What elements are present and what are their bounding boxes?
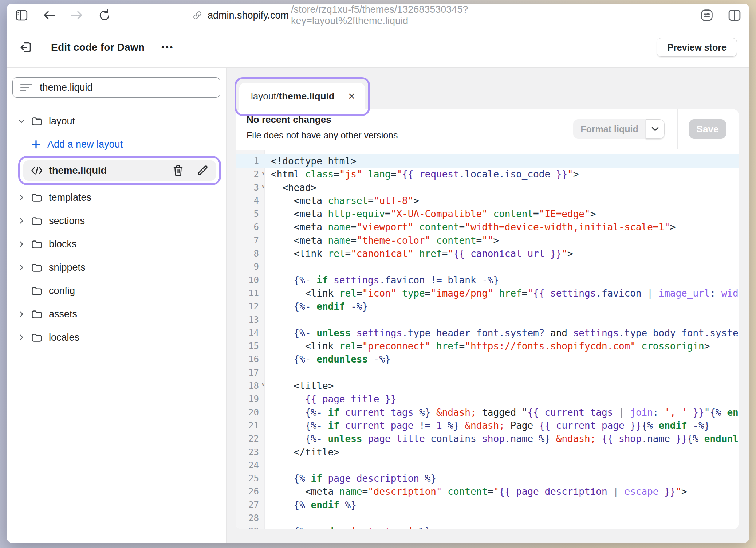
code-text[interactable]: {%- unless page_title contains shop.name… <box>265 432 739 445</box>
sidebar-item-sections[interactable]: sections <box>7 211 226 231</box>
chevron-right-icon[interactable] <box>17 216 31 226</box>
code-line-29[interactable]: 29 {% render 'meta-tags' %} <box>236 525 739 529</box>
code-editor[interactable]: 1<!doctype html>2∨<html class="js" lang=… <box>236 150 739 529</box>
sidebar-toggle-icon[interactable] <box>15 9 28 21</box>
chevron-right-icon[interactable] <box>17 263 31 272</box>
code-line-27[interactable]: 27 {% endif %} <box>236 498 739 512</box>
code-text[interactable] <box>265 459 739 472</box>
code-text[interactable]: <html class="js" lang="{{ request.locale… <box>265 168 739 181</box>
code-text[interactable]: <link rel="icon" type="image/png" href="… <box>265 287 739 300</box>
code-text[interactable]: {%- if current_tags %} &ndash; tagged "{… <box>265 406 739 419</box>
code-text[interactable]: <meta name="description" content="{{ pag… <box>265 485 739 498</box>
folder-label: assets <box>49 309 77 320</box>
sidebar-item-snippets[interactable]: snippets <box>7 257 226 278</box>
address-bar[interactable]: admin.shopify.com/store/rzq1xu-f5/themes… <box>192 4 564 27</box>
sidebar-item-config[interactable]: config <box>7 281 226 301</box>
exit-icon[interactable] <box>19 40 33 54</box>
code-text[interactable] <box>265 512 739 525</box>
file-search-input[interactable]: theme.liquid <box>12 77 220 98</box>
code-line-7[interactable]: 7 <meta name="theme-color" content=""> <box>236 234 739 247</box>
code-line-10[interactable]: 10 {%- if settings.favicon != blank -%} <box>236 274 739 287</box>
code-text[interactable]: <link rel="preconnect" href="https://fon… <box>265 340 739 353</box>
code-line-15[interactable]: 15 <link rel="preconnect" href="https://… <box>236 340 739 353</box>
code-line-5[interactable]: 5 <meta http-equiv="X-UA-Compatible" con… <box>236 207 739 220</box>
code-text[interactable]: {{ page_title }} <box>265 392 739 406</box>
code-text[interactable]: {%- if current_page != 1 %} &ndash; Page… <box>265 419 739 432</box>
code-text[interactable]: {% endif %} <box>265 498 739 512</box>
split-view-icon[interactable] <box>728 9 741 21</box>
code-line-17[interactable]: 17 <box>236 366 739 379</box>
code-line-2[interactable]: 2∨<html class="js" lang="{{ request.loca… <box>236 168 739 181</box>
code-line-16[interactable]: 16 {%- endunless -%} <box>236 353 739 366</box>
sidebar-item-templates[interactable]: templates <box>7 187 226 208</box>
sidebar-item-blocks[interactable]: blocks <box>7 234 226 254</box>
format-liquid-button[interactable]: Format liquid <box>573 119 646 139</box>
code-text[interactable]: {% if page_description %} <box>265 472 739 485</box>
code-line-8[interactable]: 8 <link rel="canonical" href="{{ canonic… <box>236 247 739 260</box>
chevron-right-icon[interactable] <box>17 309 31 319</box>
code-line-26[interactable]: 26 <meta name="description" content="{{ … <box>236 485 739 498</box>
back-icon[interactable] <box>43 9 55 21</box>
code-text[interactable] <box>265 260 739 273</box>
folder-label: sections <box>49 215 85 227</box>
sidebar-item-assets[interactable]: assets <box>7 304 226 324</box>
code-line-3[interactable]: 3∨ <head> <box>236 181 739 194</box>
code-line-6[interactable]: 6 <meta name="viewport" content="width=d… <box>236 220 739 234</box>
code-line-25[interactable]: 25 {% if page_description %} <box>236 472 739 485</box>
page-settings-icon[interactable] <box>701 9 713 21</box>
code-line-23[interactable]: 23 </title> <box>236 446 739 459</box>
code-line-1[interactable]: 1<!doctype html> <box>236 154 739 168</box>
code-text[interactable] <box>265 366 739 379</box>
more-actions-button[interactable]: ••• <box>161 43 174 52</box>
code-line-13[interactable]: 13 <box>236 313 739 326</box>
fold-toggle-icon[interactable]: ∨ <box>262 382 265 387</box>
code-text[interactable]: <meta charset="utf-8"> <box>265 194 739 207</box>
code-line-24[interactable]: 24 <box>236 459 739 472</box>
code-line-14[interactable]: 14 {%- unless settings.type_header_font.… <box>236 326 739 340</box>
format-dropdown-button[interactable] <box>646 119 665 139</box>
code-line-22[interactable]: 22 {%- unless page_title contains shop.n… <box>236 432 739 445</box>
line-number: 2∨ <box>236 168 265 181</box>
code-text[interactable]: {%- endif -%} <box>265 300 739 313</box>
code-text[interactable]: {% render 'meta-tags' %} <box>265 525 739 529</box>
code-line-20[interactable]: 20 {%- if current_tags %} &ndash; tagged… <box>236 406 739 419</box>
code-text[interactable]: <meta http-equiv="X-UA-Compatible" conte… <box>265 207 739 220</box>
code-text[interactable]: </title> <box>265 446 739 459</box>
sidebar-item-locales[interactable]: locales <box>7 327 226 348</box>
code-line-4[interactable]: 4 <meta charset="utf-8"> <box>236 194 739 207</box>
sidebar-item-layout[interactable]: layout <box>7 111 226 131</box>
close-tab-icon[interactable]: ✕ <box>348 91 355 102</box>
code-line-18[interactable]: 18∨ <title> <box>236 379 739 392</box>
rename-file-icon[interactable] <box>196 164 209 177</box>
code-text[interactable]: <title> <box>265 379 739 392</box>
delete-file-icon[interactable] <box>172 164 184 177</box>
chevron-right-icon[interactable] <box>17 193 31 202</box>
reload-icon[interactable] <box>98 9 111 21</box>
code-text[interactable]: {%- unless settings.type_header_font.sys… <box>265 326 739 340</box>
forward-icon[interactable] <box>71 9 83 21</box>
code-line-11[interactable]: 11 <link rel="icon" type="image/png" hre… <box>236 287 739 300</box>
chevron-down-icon[interactable] <box>17 116 31 126</box>
code-text[interactable] <box>265 313 739 326</box>
chevron-right-icon[interactable] <box>17 239 31 249</box>
code-text[interactable]: <link rel="canonical" href="{{ canonical… <box>265 247 739 260</box>
chevron-right-icon[interactable] <box>17 333 31 342</box>
folder-label: snippets <box>49 262 86 273</box>
code-text[interactable]: <head> <box>265 181 739 194</box>
code-text[interactable]: <!doctype html> <box>265 154 739 168</box>
sidebar-file-theme.liquid[interactable]: theme.liquid <box>23 160 216 181</box>
open-file-tab[interactable]: layout/theme.liquid ✕ <box>239 83 365 116</box>
code-line-21[interactable]: 21 {%- if current_page != 1 %} &ndash; P… <box>236 419 739 432</box>
fold-toggle-icon[interactable]: ∨ <box>262 170 265 175</box>
code-line-12[interactable]: 12 {%- endif -%} <box>236 300 739 313</box>
fold-toggle-icon[interactable]: ∨ <box>262 184 265 189</box>
code-line-19[interactable]: 19 {{ page_title }} <box>236 392 739 406</box>
code-text[interactable]: <meta name="viewport" content="width=dev… <box>265 220 739 234</box>
code-text[interactable]: {%- endunless -%} <box>265 353 739 366</box>
code-text[interactable]: <meta name="theme-color" content=""> <box>265 234 739 247</box>
code-line-9[interactable]: 9 <box>236 260 739 273</box>
preview-store-button[interactable]: Preview store <box>657 38 737 57</box>
code-text[interactable]: {%- if settings.favicon != blank -%} <box>265 274 739 287</box>
code-line-28[interactable]: 28 <box>236 512 739 525</box>
add-new-layout-link[interactable]: Add a new layout <box>7 134 226 154</box>
